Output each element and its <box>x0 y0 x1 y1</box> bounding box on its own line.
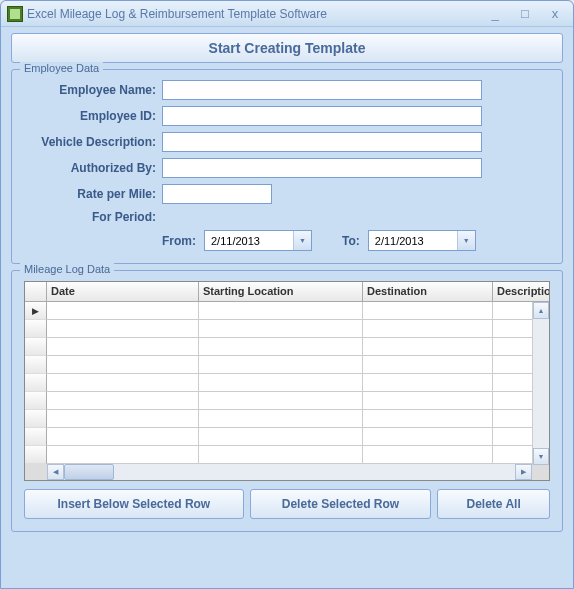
table-row[interactable] <box>25 428 549 446</box>
to-date-value: 2/11/2013 <box>369 235 457 247</box>
col-date-header[interactable]: Date <box>47 282 199 302</box>
row-selector[interactable] <box>25 374 47 392</box>
scroll-down-icon[interactable]: ▼ <box>533 448 549 465</box>
to-label: To: <box>342 234 360 248</box>
row-selector[interactable] <box>25 338 47 356</box>
cell-date[interactable] <box>47 302 199 320</box>
window-controls: _ □ x <box>481 6 569 22</box>
employee-name-row: Employee Name: <box>24 80 550 100</box>
table-row[interactable] <box>25 374 549 392</box>
period-row: For Period: <box>24 210 550 224</box>
row-selector[interactable] <box>25 428 47 446</box>
row-selector[interactable] <box>25 320 47 338</box>
col-destination-header[interactable]: Destination <box>363 282 493 302</box>
col-description-header[interactable]: Descriptio <box>493 282 550 302</box>
table-row[interactable] <box>25 446 549 464</box>
authorized-row: Authorized By: <box>24 158 550 178</box>
app-window: Excel Mileage Log & Reimbursement Templa… <box>0 0 574 589</box>
delete-row-button[interactable]: Delete Selected Row <box>250 489 432 519</box>
employee-name-label: Employee Name: <box>24 83 162 97</box>
authorized-label: Authorized By: <box>24 161 162 175</box>
from-label: From: <box>162 234 196 248</box>
table-row[interactable] <box>25 338 549 356</box>
authorized-input[interactable] <box>162 158 482 178</box>
employee-data-fieldset: Employee Data Employee Name: Employee ID… <box>11 69 563 264</box>
app-icon <box>7 6 23 22</box>
table-row[interactable] <box>25 410 549 428</box>
grid-body: ▶ <box>25 302 549 465</box>
table-row[interactable] <box>25 356 549 374</box>
grid-header: Date Starting Location Destination Descr… <box>25 282 549 302</box>
scroll-left-icon[interactable]: ◀ <box>47 464 64 480</box>
employee-id-row: Employee ID: <box>24 106 550 126</box>
vehicle-row: Vehicle Description: <box>24 132 550 152</box>
from-date-dropdown-icon[interactable]: ▼ <box>293 231 311 250</box>
row-selector[interactable] <box>25 446 47 464</box>
horizontal-scrollbar[interactable]: ◀ ▶ <box>47 463 532 480</box>
row-selector[interactable] <box>25 356 47 374</box>
rate-row: Rate per Mile: <box>24 184 550 204</box>
employee-name-input[interactable] <box>162 80 482 100</box>
table-row[interactable] <box>25 320 549 338</box>
maximize-button[interactable]: □ <box>511 6 539 22</box>
vertical-scrollbar[interactable]: ▲ ▼ <box>532 302 549 465</box>
start-creating-button[interactable]: Start Creating Template <box>11 33 563 63</box>
period-label: For Period: <box>24 210 162 224</box>
vehicle-label: Vehicle Description: <box>24 135 162 149</box>
table-row[interactable] <box>25 392 549 410</box>
rate-label: Rate per Mile: <box>24 187 162 201</box>
insert-row-button[interactable]: Insert Below Selected Row <box>24 489 244 519</box>
row-selector[interactable] <box>25 392 47 410</box>
scroll-up-icon[interactable]: ▲ <box>533 302 549 319</box>
mileage-log-fieldset: Mileage Log Data Date Starting Location … <box>11 270 563 532</box>
to-date-picker[interactable]: 2/11/2013 ▼ <box>368 230 476 251</box>
employee-legend: Employee Data <box>20 62 103 74</box>
mileage-legend: Mileage Log Data <box>20 263 114 275</box>
rate-input[interactable] <box>162 184 272 204</box>
vehicle-input[interactable] <box>162 132 482 152</box>
cell-destination[interactable] <box>363 302 493 320</box>
cell-starting[interactable] <box>199 302 363 320</box>
from-date-value: 2/11/2013 <box>205 235 293 247</box>
table-row[interactable]: ▶ <box>25 302 549 320</box>
employee-id-input[interactable] <box>162 106 482 126</box>
mileage-grid: Date Starting Location Destination Descr… <box>24 281 550 481</box>
date-range-row: From: 2/11/2013 ▼ To: 2/11/2013 ▼ <box>24 230 550 251</box>
content-area: Start Creating Template Employee Data Em… <box>1 27 573 548</box>
from-date-picker[interactable]: 2/11/2013 ▼ <box>204 230 312 251</box>
window-title: Excel Mileage Log & Reimbursement Templa… <box>27 7 481 21</box>
col-starting-header[interactable]: Starting Location <box>199 282 363 302</box>
grid-action-buttons: Insert Below Selected Row Delete Selecte… <box>24 489 550 519</box>
to-date-dropdown-icon[interactable]: ▼ <box>457 231 475 250</box>
titlebar: Excel Mileage Log & Reimbursement Templa… <box>1 1 573 27</box>
minimize-button[interactable]: _ <box>481 6 509 22</box>
delete-all-button[interactable]: Delete All <box>437 489 550 519</box>
row-indicator-icon[interactable]: ▶ <box>25 302 47 320</box>
employee-id-label: Employee ID: <box>24 109 162 123</box>
row-selector-header[interactable] <box>25 282 47 302</box>
scroll-right-icon[interactable]: ▶ <box>515 464 532 480</box>
scroll-thumb[interactable] <box>64 464 114 480</box>
close-button[interactable]: x <box>541 6 569 22</box>
row-selector[interactable] <box>25 410 47 428</box>
